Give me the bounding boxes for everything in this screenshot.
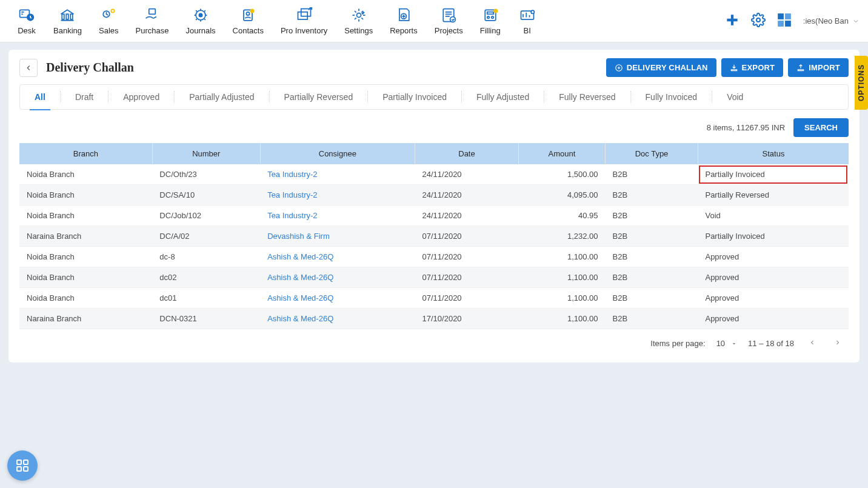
apps-fab[interactable] <box>7 450 38 481</box>
options-side-tab[interactable]: OPTIONS <box>855 56 868 110</box>
nav-item-contacts[interactable]: Contacts <box>224 3 272 39</box>
col-doc-type[interactable]: Doc Type <box>606 143 698 164</box>
consignee-link[interactable]: Ashish & Med-26Q <box>267 252 333 261</box>
tab-fully-reversed[interactable]: Fully Reversed <box>544 91 630 103</box>
cell-doctype: B2B <box>606 206 698 226</box>
nav-item-journals[interactable]: Journals <box>177 3 224 39</box>
col-date[interactable]: Date <box>415 143 519 164</box>
cell-date: 17/10/2020 <box>415 309 519 329</box>
nav-item-filling[interactable]: Filling <box>472 3 509 39</box>
tab-all[interactable]: All <box>20 91 61 103</box>
page-header: Delivery Challan DELIVERY CHALLAN EXPORT… <box>8 58 860 84</box>
tab-partially-reversed[interactable]: Partially Reversed <box>270 91 369 103</box>
table-row[interactable]: Noida Branchdc02Ashish & Med-26Q07/11/20… <box>19 267 849 288</box>
nav-item-bi[interactable]: BI <box>509 3 546 39</box>
svg-rect-32 <box>17 460 21 464</box>
cell-status: Partially Invoiced <box>698 226 849 247</box>
cell-doctype: B2B <box>606 247 698 267</box>
nav-label: Desk <box>18 26 36 35</box>
svg-point-11 <box>247 12 250 15</box>
cell-amount: 1,100.00 <box>518 309 605 329</box>
company-selector[interactable]: :ies(Neo Ban <box>803 16 860 25</box>
consignee-link[interactable]: Tea Industry-2 <box>267 211 317 220</box>
cell-status: Partially Invoiced <box>698 164 849 185</box>
cell-date: 07/11/2020 <box>415 288 519 309</box>
consignee-link[interactable]: Ashish & Med-26Q <box>267 273 333 282</box>
cell-amount: 1,232.00 <box>518 226 605 247</box>
col-consignee[interactable]: Consignee <box>260 143 415 164</box>
nav-icon <box>482 7 499 24</box>
cell-amount: 1,100.00 <box>518 247 605 267</box>
col-branch[interactable]: Branch <box>19 143 152 164</box>
table-row[interactable]: Noida Branchdc-8Ashish & Med-26Q07/11/20… <box>19 247 849 267</box>
col-number[interactable]: Number <box>152 143 260 164</box>
cell-status: Partially Reversed <box>698 185 849 206</box>
table-row[interactable]: Noida BranchDC/Job/102Tea Industry-224/1… <box>19 206 849 226</box>
consignee-link[interactable]: Ashish & Med-26Q <box>267 293 333 302</box>
cell-date: 24/11/2020 <box>415 164 519 185</box>
nav-icon <box>350 7 367 24</box>
table-header-row: BranchNumberConsigneeDateAmountDoc TypeS… <box>19 143 849 164</box>
export-button[interactable]: EXPORT <box>721 58 784 77</box>
tab-fully-invoiced[interactable]: Fully Invoiced <box>631 91 713 103</box>
nav-item-projects[interactable]: Projects <box>426 3 472 39</box>
tab-partially-adjusted[interactable]: Partially Adjusted <box>175 91 269 103</box>
cell-consignee: Tea Industry-2 <box>260 185 415 206</box>
nav-icon <box>440 7 457 24</box>
import-button[interactable]: IMPORT <box>788 58 849 77</box>
svg-rect-3 <box>67 14 69 19</box>
cell-branch: Naraina Branch <box>19 226 152 247</box>
cell-branch: Noida Branch <box>19 164 152 185</box>
prev-page-button[interactable] <box>805 336 820 350</box>
per-page-select[interactable]: 10 <box>716 339 737 348</box>
nav-item-desk[interactable]: Desk <box>8 3 45 39</box>
nav-label: BI <box>524 26 531 35</box>
consignee-link[interactable]: Ashish & Med-26Q <box>267 314 333 323</box>
consignee-link[interactable]: Devashish & Firm <box>267 232 330 241</box>
svg-rect-27 <box>778 13 784 19</box>
new-delivery-challan-button[interactable]: DELIVERY CHALLAN <box>606 58 716 77</box>
status-tabs: AllDraftApprovedPartially AdjustedPartia… <box>19 84 849 110</box>
table-row[interactable]: Naraina BranchDC/A/02Devashish & Firm07/… <box>19 226 849 247</box>
tab-void[interactable]: Void <box>712 91 758 103</box>
back-button[interactable] <box>19 59 38 77</box>
svg-rect-29 <box>778 21 784 27</box>
nav-item-pro-inventory[interactable]: Pro Inventory <box>272 3 336 39</box>
consignee-link[interactable]: Tea Industry-2 <box>267 170 317 179</box>
page-range: 11 – 18 of 18 <box>748 339 794 348</box>
col-amount[interactable]: Amount <box>518 143 605 164</box>
search-button[interactable]: SEARCH <box>793 118 849 137</box>
nav-item-settings[interactable]: Settings <box>336 3 381 39</box>
cell-doctype: B2B <box>606 185 698 206</box>
cell-date: 07/11/2020 <box>415 247 519 267</box>
table-row[interactable]: Noida BranchDC/SA/10Tea Industry-224/11/… <box>19 185 849 206</box>
cell-doctype: B2B <box>606 226 698 247</box>
add-icon[interactable] <box>724 12 740 30</box>
tab-draft[interactable]: Draft <box>61 91 109 103</box>
tab-approved[interactable]: Approved <box>109 91 175 103</box>
nav-item-purchase[interactable]: Purchase <box>127 3 178 39</box>
cell-date: 07/11/2020 <box>415 267 519 288</box>
download-icon <box>730 64 738 72</box>
table-row[interactable]: Noida BranchDC/Oth/23Tea Industry-224/11… <box>19 164 849 185</box>
chevron-left-icon <box>24 64 33 72</box>
cell-doctype: B2B <box>606 267 698 288</box>
consignee-link[interactable]: Tea Industry-2 <box>267 190 317 199</box>
col-status[interactable]: Status <box>698 143 849 164</box>
nav-item-sales[interactable]: Sales <box>90 3 127 39</box>
next-page-button[interactable] <box>830 336 845 350</box>
tab-partially-invoiced[interactable]: Partially Invoiced <box>368 91 462 103</box>
nav-icon <box>144 7 161 24</box>
table-row[interactable]: Naraina BranchDCN-0321Ashish & Med-26Q17… <box>19 309 849 329</box>
cell-number: DCN-0321 <box>152 309 260 329</box>
tab-fully-adjusted[interactable]: Fully Adjusted <box>462 91 544 103</box>
settings-icon[interactable] <box>751 13 766 29</box>
table-row[interactable]: Noida Branchdc01Ashish & Med-26Q07/11/20… <box>19 288 849 309</box>
nav-item-banking[interactable]: Banking <box>45 3 90 39</box>
calculator-icon[interactable] <box>776 12 792 30</box>
cell-amount: 1,100.00 <box>518 267 605 288</box>
chevron-right-icon <box>834 339 841 346</box>
cell-number: dc-8 <box>152 247 260 267</box>
cell-branch: Noida Branch <box>19 206 152 226</box>
nav-item-reports[interactable]: Reports <box>381 3 426 39</box>
